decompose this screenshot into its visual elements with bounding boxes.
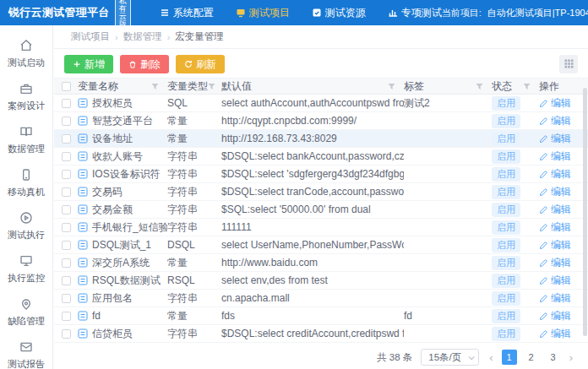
row-checkbox[interactable] [62,152,71,161]
status-badge[interactable]: 启用 [492,274,520,288]
table-row[interactable]: 交易金额 字符串 $SQL:select '50000.00' from dua… [54,201,588,219]
column-settings-button[interactable] [559,55,578,73]
row-checkbox[interactable] [62,312,71,321]
breadcrumb-test-project[interactable]: 测试项目 [71,30,110,43]
row-checkbox[interactable] [62,329,71,339]
status-badge[interactable]: 启用 [492,291,520,306]
edit-button[interactable]: 编辑 [539,327,571,341]
edit-button[interactable]: 编辑 [539,309,571,323]
table-row[interactable]: RSQL数据测试 RSQL select env,des from test 启… [54,272,588,290]
edit-button[interactable]: 编辑 [539,256,571,270]
status-badge[interactable]: 启用 [492,185,520,199]
sidebar-item-case-design[interactable]: 案例设计 [0,78,52,117]
filter-icon[interactable] [476,83,483,90]
variable-name: 授权柜员 [92,96,133,111]
variable-type: 常量 [167,114,221,128]
table-row[interactable]: 设备地址 常量 http://192.168.73.43:8029 启用 编辑 [54,130,588,148]
current-project-name[interactable]: 自动化测试项目|TP-1904- [487,7,588,19]
add-button[interactable]: 新增 [64,55,113,73]
status-badge[interactable]: 启用 [492,238,520,252]
edit-button-label: 编辑 [551,185,571,199]
edit-button[interactable]: 编辑 [539,96,571,111]
sidebar-item-test-report[interactable]: 测试报告 [0,336,52,369]
pencil-icon [539,223,548,232]
status-badge[interactable]: 启用 [492,167,520,182]
table-row[interactable]: IOS设备标识符 字符串 $DSQL:select 'sdgfergerg43d… [54,166,588,183]
variable-name: IOS设备标识符 [92,167,161,182]
table-row[interactable]: 深交所A系统 常量 http://www.baidu.com 启用 编辑 [54,254,588,272]
next-page-button[interactable]: › [568,351,574,364]
delete-button[interactable]: 删除 [120,55,169,73]
status-badge[interactable]: 启用 [492,114,520,128]
table-row[interactable]: 收款人账号 字符串 $DSQL:select bankAccount,passw… [54,148,588,166]
sidebar-item-test-launch[interactable]: 测试启动 [0,35,52,73]
edit-button[interactable]: 编辑 [539,132,571,146]
add-button-label: 新增 [84,57,105,72]
edit-button[interactable]: 编辑 [539,185,571,199]
page-size-select[interactable]: 15条/页 [421,349,479,366]
row-checkbox[interactable] [62,241,71,250]
edit-button[interactable]: 编辑 [539,274,571,288]
page-size-value: 15条/页 [428,351,461,364]
filter-icon[interactable] [523,83,531,90]
sidebar-item-defect-management[interactable]: 缺陷管理 [0,293,52,332]
row-checkbox[interactable] [62,99,71,108]
filter-icon[interactable] [208,83,215,90]
play-circle-icon [19,211,33,226]
edit-button[interactable]: 编辑 [539,149,571,164]
row-checkbox[interactable] [62,134,71,144]
table-row[interactable]: fd 常量 fds fd 启用 编辑 [54,307,588,325]
edit-button[interactable]: 编辑 [539,220,571,235]
table-row[interactable]: 智慧交通平台 常量 http://cqypt.cnpcbd.com:9999/ … [54,112,588,130]
edit-button[interactable]: 编辑 [539,114,571,128]
variable-doc-icon [78,187,88,197]
sidebar-item-execution-monitor[interactable]: 执行监控 [0,250,52,289]
edit-button[interactable]: 编辑 [539,203,571,217]
sidebar-item-mobile-device[interactable]: 移动真机 [0,164,52,203]
row-checkbox[interactable] [62,187,71,197]
status-badge[interactable]: 启用 [492,149,520,164]
table-row[interactable]: 信贷柜员 字符串 $DSQL:select creditAccount,cred… [54,325,588,343]
status-badge[interactable]: 启用 [492,220,520,235]
edit-button-label: 编辑 [551,149,571,164]
table-row[interactable]: 交易码 字符串 $DSQL:select tranCode,account,pa… [54,183,588,201]
status-badge[interactable]: 启用 [492,309,520,323]
nav-item-test-project[interactable]: 测试项目 [236,6,290,20]
vertical-scrollbar[interactable] [583,88,587,336]
status-badge[interactable]: 启用 [492,327,520,341]
variable-type: 字符串 [167,220,221,235]
status-badge[interactable]: 启用 [492,96,520,111]
row-checkbox[interactable] [62,276,71,285]
nav-item-special-test[interactable]: 专项测试 [388,6,442,20]
location-pin-icon [19,297,33,312]
sidebar-item-test-execution[interactable]: 测试执行 [0,207,52,246]
status-badge[interactable]: 启用 [492,132,520,146]
select-all-checkbox[interactable] [62,82,71,91]
row-checkbox[interactable] [62,258,71,268]
row-checkbox[interactable] [62,294,71,303]
page-number-button[interactable]: 2 [524,350,539,365]
edit-button[interactable]: 编辑 [539,167,571,182]
filter-icon[interactable] [151,83,159,90]
row-checkbox[interactable] [62,205,71,214]
status-badge[interactable]: 启用 [492,203,520,217]
table-row[interactable]: 应用包名 字符串 cn.apacha.mall 启用 编辑 [54,290,588,307]
table-row[interactable]: DSQL测试_1 DSQL select UserName,PhoneNumbe… [54,236,588,254]
table-row[interactable]: 手机银行_短信验证码 字符串 111111 启用 编辑 [54,219,588,236]
edit-button[interactable]: 编辑 [539,291,571,306]
row-checkbox[interactable] [62,223,71,232]
page-number-button[interactable]: 3 [546,350,561,365]
nav-item-system-config[interactable]: 系统配置 [160,6,214,20]
filter-icon[interactable] [388,83,395,90]
breadcrumb-data-management[interactable]: 数据管理 [123,30,162,43]
refresh-button[interactable]: 刷新 [176,55,225,73]
row-checkbox[interactable] [62,170,71,179]
nav-item-test-resource[interactable]: 测试资源 [312,6,366,20]
table-row[interactable]: 授权柜员 SQL select authAccount,authAccountp… [54,95,588,112]
edit-button[interactable]: 编辑 [539,238,571,252]
sidebar-item-data-management[interactable]: 数据管理 [0,121,52,160]
prev-page-button[interactable]: ‹ [487,351,494,364]
status-badge[interactable]: 启用 [492,256,520,270]
page-number-button[interactable]: 1 [502,350,517,365]
row-checkbox[interactable] [62,117,71,126]
